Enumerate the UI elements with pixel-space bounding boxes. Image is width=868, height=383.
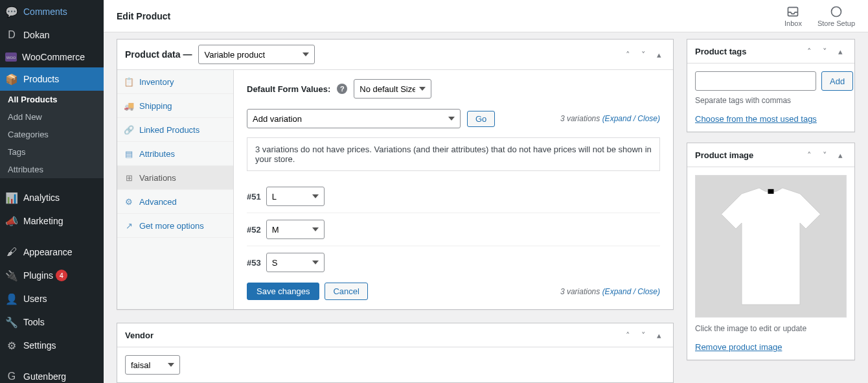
marketing-icon: 📣	[5, 215, 18, 227]
tab-attributes[interactable]: ▤Attributes	[117, 142, 233, 166]
product-image-thumbnail[interactable]	[695, 175, 847, 318]
gutenberg-icon: G	[5, 370, 18, 383]
chevron-down-icon[interactable]: ˅	[818, 45, 831, 58]
chevron-up-icon[interactable]: ˄	[621, 329, 634, 342]
linked-icon: 🔗	[124, 124, 134, 135]
get-more-icon: ↗	[124, 220, 134, 231]
inventory-icon: 📋	[124, 76, 134, 87]
default-form-select[interactable]: No default Size…	[354, 79, 431, 99]
settings-icon: ⚙	[5, 339, 18, 352]
image-hint: Click the image to edit or update	[695, 324, 847, 333]
product-image-panel: Product image ˄ ˅ ▴ Click the image to e…	[687, 143, 855, 360]
store-setup-button[interactable]: Store Setup	[817, 5, 855, 27]
product-data-label: Product data —	[125, 49, 192, 60]
page-title: Edit Product	[117, 11, 170, 21]
variation-row[interactable]: #51 L	[247, 180, 660, 213]
attributes-icon: ▤	[124, 148, 134, 159]
menu-gutenberg[interactable]: GGutenberg	[0, 365, 104, 383]
chevron-down-icon[interactable]: ˅	[637, 329, 650, 342]
top-bar: Edit Product Inbox Store Setup	[104, 0, 868, 32]
woo-icon: woo	[5, 52, 17, 62]
toggle-icon[interactable]: ▴	[652, 48, 665, 61]
vendor-select[interactable]: faisal	[125, 355, 180, 375]
plugins-badge: 4	[56, 270, 67, 281]
tags-hint: Separate tags with commas	[695, 96, 847, 105]
tab-advanced[interactable]: ⚙Advanced	[117, 190, 233, 214]
help-icon[interactable]: ?	[337, 84, 347, 94]
variation-row[interactable]: #53 S	[247, 246, 660, 279]
plugins-icon: 🔌	[5, 269, 18, 282]
shipping-icon: 🚚	[124, 100, 134, 111]
submenu-add-new[interactable]: Add New	[0, 108, 104, 126]
store-setup-icon	[830, 5, 843, 18]
submenu-tags[interactable]: Tags	[0, 143, 104, 161]
menu-appearance[interactable]: 🖌Appearance	[0, 240, 104, 264]
submenu-all-products[interactable]: All Products	[0, 91, 104, 108]
variation-attr-select[interactable]: L	[266, 187, 325, 206]
menu-woocommerce[interactable]: wooWooCommerce	[0, 47, 104, 67]
save-changes-button[interactable]: Save changes	[247, 283, 319, 300]
variation-attr-select[interactable]: S	[266, 253, 325, 272]
menu-comments[interactable]: 💬Comments	[0, 0, 104, 23]
chevron-down-icon[interactable]: ˅	[818, 148, 831, 161]
chevron-down-icon[interactable]: ˅	[637, 48, 650, 61]
dokan-icon: D	[5, 29, 18, 41]
svg-rect-2	[768, 189, 774, 194]
tab-variations[interactable]: ⊞Variations	[117, 166, 233, 190]
chevron-up-icon[interactable]: ˄	[803, 148, 816, 161]
product-tags-panel: Product tags ˄ ˅ ▴ Add Separate tags wit…	[687, 39, 855, 132]
expand-close-link-top[interactable]: (Expand / Close)	[602, 114, 660, 123]
variation-action-select[interactable]: Add variation	[247, 109, 461, 128]
variation-attr-select[interactable]: M	[266, 220, 325, 239]
menu-tools[interactable]: 🔧Tools	[0, 310, 104, 334]
analytics-icon: 📊	[5, 191, 18, 204]
variation-id: #53	[247, 258, 261, 268]
product-data-tabs: 📋Inventory 🚚Shipping 🔗Linked Products ▤A…	[117, 70, 234, 309]
add-tag-button[interactable]: Add	[821, 71, 853, 91]
toggle-icon[interactable]: ▴	[834, 148, 847, 161]
tools-icon: 🔧	[5, 316, 18, 329]
tag-input[interactable]	[695, 71, 816, 91]
image-title: Product image	[695, 150, 753, 160]
users-icon: 👤	[5, 292, 18, 305]
remove-image-link[interactable]: Remove product image	[695, 342, 782, 352]
menu-plugins[interactable]: 🔌Plugins4	[0, 264, 104, 287]
admin-sidebar: 💬Comments DDokan wooWooCommerce 📦Product…	[0, 0, 104, 383]
default-form-label: Default Form Values:	[247, 84, 330, 94]
menu-marketing[interactable]: 📣Marketing	[0, 209, 104, 233]
menu-dokan[interactable]: DDokan	[0, 23, 104, 47]
variations-icon: ⊞	[124, 172, 134, 183]
tab-get-more[interactable]: ↗Get more options	[117, 214, 233, 238]
product-data-panel: Product data — Variable product ˄ ˅ ▴ 📋I…	[117, 39, 674, 310]
tab-linked-products[interactable]: 🔗Linked Products	[117, 118, 233, 142]
expand-close-link-bottom[interactable]: (Expand / Close)	[602, 287, 660, 296]
submenu-attributes[interactable]: Attributes	[0, 161, 104, 178]
comment-icon: 💬	[5, 5, 18, 18]
products-icon: 📦	[5, 73, 18, 86]
variation-row[interactable]: #52 M	[247, 213, 660, 246]
go-button[interactable]: Go	[467, 111, 495, 127]
cancel-button[interactable]: Cancel	[325, 283, 367, 300]
advanced-icon: ⚙	[124, 196, 134, 207]
variations-status-top: 3 variations (Expand / Close)	[560, 114, 660, 123]
inbox-button[interactable]: Inbox	[784, 5, 802, 27]
menu-analytics[interactable]: 📊Analytics	[0, 186, 104, 209]
variations-status-bottom: 3 variations (Expand / Close)	[560, 287, 660, 296]
product-type-select[interactable]: Variable product	[198, 45, 315, 64]
menu-users[interactable]: 👤Users	[0, 287, 104, 310]
menu-settings[interactable]: ⚙Settings	[0, 334, 104, 357]
products-submenu: All Products Add New Categories Tags Att…	[0, 91, 104, 178]
chevron-up-icon[interactable]: ˄	[803, 45, 816, 58]
tags-title: Product tags	[695, 47, 746, 56]
toggle-icon[interactable]: ▴	[834, 45, 847, 58]
toggle-icon[interactable]: ▴	[652, 329, 665, 342]
top-actions: Inbox Store Setup	[784, 5, 855, 27]
variations-content: Default Form Values: ? No default Size… …	[234, 70, 673, 309]
tab-inventory[interactable]: 📋Inventory	[117, 70, 233, 94]
inbox-icon	[786, 5, 799, 18]
choose-tags-link[interactable]: Choose from the most used tags	[695, 114, 817, 124]
tab-shipping[interactable]: 🚚Shipping	[117, 94, 233, 118]
chevron-up-icon[interactable]: ˄	[621, 48, 634, 61]
menu-products[interactable]: 📦Products	[0, 67, 104, 91]
submenu-categories[interactable]: Categories	[0, 126, 104, 143]
